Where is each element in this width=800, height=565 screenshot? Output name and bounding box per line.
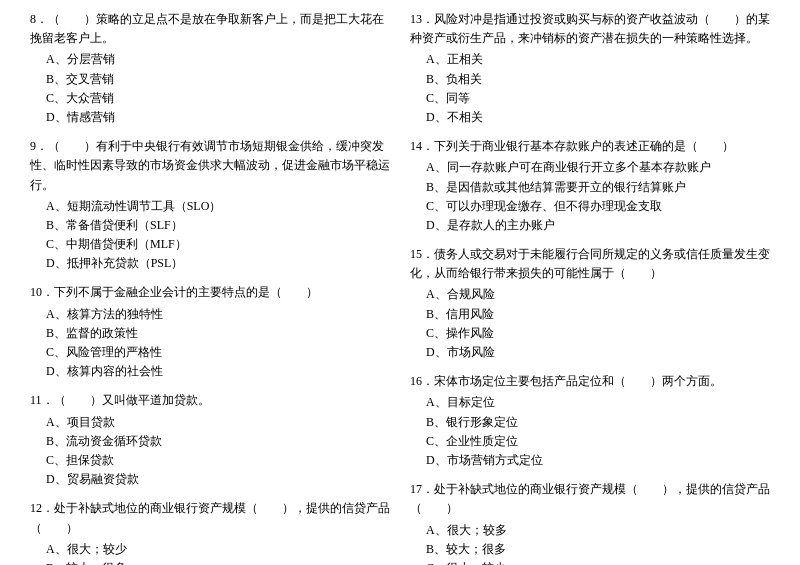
option-q15-3: D、市场风险 bbox=[410, 343, 770, 362]
left-column: 8．（ ）策略的立足点不是放在争取新客户上，而是把工大花在挽留老客户上。A、分层… bbox=[30, 10, 390, 565]
option-q11-1: B、流动资金循环贷款 bbox=[30, 432, 390, 451]
option-q9-2: C、中期借贷便利（MLF） bbox=[30, 235, 390, 254]
right-column: 13．风险对冲是指通过投资或购买与标的资产收益波动（ ）的某种资产或衍生产品，来… bbox=[410, 10, 770, 565]
option-q9-0: A、短期流动性调节工具（SLO） bbox=[30, 197, 390, 216]
option-q10-2: C、风险管理的严格性 bbox=[30, 343, 390, 362]
option-q16-2: C、企业性质定位 bbox=[410, 432, 770, 451]
option-q16-1: B、银行形象定位 bbox=[410, 413, 770, 432]
question-q10: 10．下列不属于金融企业会计的主要特点的是（ ）A、核算方法的独特性B、监督的政… bbox=[30, 283, 390, 381]
option-q8-0: A、分层营销 bbox=[30, 50, 390, 69]
question-q15: 15．债务人或交易对于未能履行合同所规定的义务或信任质量发生变化，从而给银行带来… bbox=[410, 245, 770, 362]
question-q9: 9．（ ）有利于中央银行有效调节市场短期银金供给，缓冲突发性、临时性因素导致的市… bbox=[30, 137, 390, 273]
option-q11-2: C、担保贷款 bbox=[30, 451, 390, 470]
option-q16-3: D、市场营销方式定位 bbox=[410, 451, 770, 470]
option-q11-3: D、贸易融资贷款 bbox=[30, 470, 390, 489]
option-q17-0: A、很大；较多 bbox=[410, 521, 770, 540]
question-q16: 16．宋体市场定位主要包括产品定位和（ ）两个方面。A、目标定位B、银行形象定位… bbox=[410, 372, 770, 470]
question-q14: 14．下列关于商业银行基本存款账户的表述正确的是（ ）A、同一存款账户可在商业银… bbox=[410, 137, 770, 235]
option-q14-2: C、可以办理现金缴存、但不得办理现金支取 bbox=[410, 197, 770, 216]
option-q9-3: D、抵押补充贷款（PSL） bbox=[30, 254, 390, 273]
option-q16-0: A、目标定位 bbox=[410, 393, 770, 412]
option-q8-2: C、大众营销 bbox=[30, 89, 390, 108]
option-q8-1: B、交叉营销 bbox=[30, 70, 390, 89]
option-q15-1: B、信用风险 bbox=[410, 305, 770, 324]
option-q12-1: B、较大；很多 bbox=[30, 559, 390, 565]
option-q17-1: B、较大；很多 bbox=[410, 540, 770, 559]
question-title: 12．处于补缺式地位的商业银行资产规模（ ），提供的信贷产品（ ） bbox=[30, 499, 390, 537]
option-q17-2: C、很小；较少 bbox=[410, 559, 770, 565]
option-q11-0: A、项目贷款 bbox=[30, 413, 390, 432]
question-title: 8．（ ）策略的立足点不是放在争取新客户上，而是把工大花在挽留老客户上。 bbox=[30, 10, 390, 48]
question-title: 16．宋体市场定位主要包括产品定位和（ ）两个方面。 bbox=[410, 372, 770, 391]
question-title: 17．处于补缺式地位的商业银行资产规模（ ），提供的信贷产品（ ） bbox=[410, 480, 770, 518]
page-content: 8．（ ）策略的立足点不是放在争取新客户上，而是把工大花在挽留老客户上。A、分层… bbox=[30, 10, 770, 565]
question-q17: 17．处于补缺式地位的商业银行资产规模（ ），提供的信贷产品（ ）A、很大；较多… bbox=[410, 480, 770, 565]
option-q9-1: B、常备借贷便利（SLF） bbox=[30, 216, 390, 235]
option-q10-3: D、核算内容的社会性 bbox=[30, 362, 390, 381]
question-q13: 13．风险对冲是指通过投资或购买与标的资产收益波动（ ）的某种资产或衍生产品，来… bbox=[410, 10, 770, 127]
option-q10-0: A、核算方法的独特性 bbox=[30, 305, 390, 324]
question-q12: 12．处于补缺式地位的商业银行资产规模（ ），提供的信贷产品（ ）A、很大；较少… bbox=[30, 499, 390, 565]
option-q15-0: A、合规风险 bbox=[410, 285, 770, 304]
option-q13-0: A、正相关 bbox=[410, 50, 770, 69]
option-q14-3: D、是存款人的主办账户 bbox=[410, 216, 770, 235]
question-title: 15．债务人或交易对于未能履行合同所规定的义务或信任质量发生变化，从而给银行带来… bbox=[410, 245, 770, 283]
option-q14-0: A、同一存款账户可在商业银行开立多个基本存款账户 bbox=[410, 158, 770, 177]
option-q14-1: B、是因借款或其他结算需要开立的银行结算账户 bbox=[410, 178, 770, 197]
option-q10-1: B、监督的政策性 bbox=[30, 324, 390, 343]
option-q13-2: C、同等 bbox=[410, 89, 770, 108]
question-title: 14．下列关于商业银行基本存款账户的表述正确的是（ ） bbox=[410, 137, 770, 156]
question-title: 11．（ ）又叫做平道加贷款。 bbox=[30, 391, 390, 410]
option-q13-1: B、负相关 bbox=[410, 70, 770, 89]
option-q8-3: D、情感营销 bbox=[30, 108, 390, 127]
question-q8: 8．（ ）策略的立足点不是放在争取新客户上，而是把工大花在挽留老客户上。A、分层… bbox=[30, 10, 390, 127]
question-title: 10．下列不属于金融企业会计的主要特点的是（ ） bbox=[30, 283, 390, 302]
option-q12-0: A、很大；较少 bbox=[30, 540, 390, 559]
option-q13-3: D、不相关 bbox=[410, 108, 770, 127]
question-title: 13．风险对冲是指通过投资或购买与标的资产收益波动（ ）的某种资产或衍生产品，来… bbox=[410, 10, 770, 48]
question-title: 9．（ ）有利于中央银行有效调节市场短期银金供给，缓冲突发性、临时性因素导致的市… bbox=[30, 137, 390, 195]
question-q11: 11．（ ）又叫做平道加贷款。A、项目贷款B、流动资金循环贷款C、担保贷款D、贸… bbox=[30, 391, 390, 489]
option-q15-2: C、操作风险 bbox=[410, 324, 770, 343]
